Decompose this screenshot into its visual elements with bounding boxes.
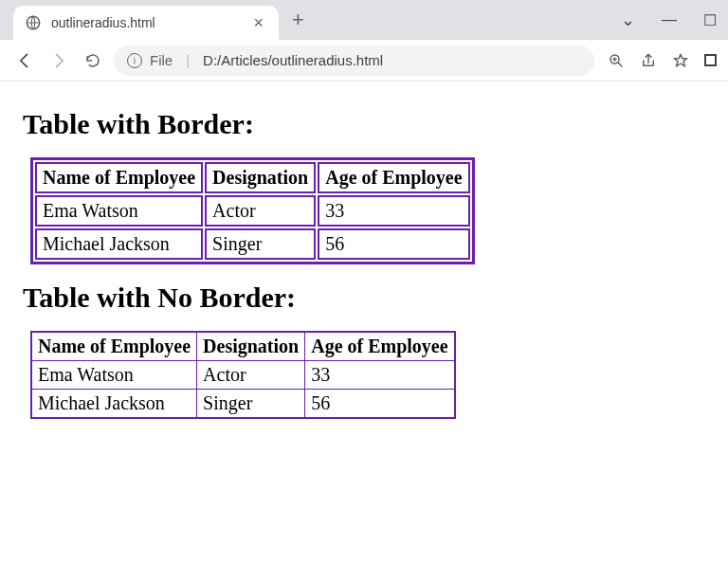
col-designation: Designation bbox=[205, 162, 316, 193]
page-content: Table with Border: Name of Employee Desi… bbox=[0, 82, 728, 428]
cell-age: 33 bbox=[305, 361, 455, 390]
col-age: Age of Employee bbox=[305, 332, 455, 361]
heading-table-with-border: Table with Border: bbox=[23, 108, 705, 140]
table-with-border: Name of Employee Designation Age of Empl… bbox=[30, 157, 475, 264]
url-separator: | bbox=[180, 52, 195, 68]
table-no-border: Name of Employee Designation Age of Empl… bbox=[30, 331, 456, 419]
address-input[interactable]: i File | D:/Articles/outlineradius.html bbox=[114, 45, 594, 76]
forward-button[interactable] bbox=[46, 47, 72, 74]
cell-name: Ema Watson bbox=[35, 195, 203, 227]
table-row: Michael Jackson Singer 56 bbox=[31, 390, 455, 419]
browser-tab-bar: outlineradius.html × + ⌄ — ☐ bbox=[0, 0, 728, 40]
table-row: Ema Watson Actor 33 bbox=[35, 195, 470, 227]
table-row: Michael Jackson Singer 56 bbox=[35, 228, 470, 260]
cell-age: 33 bbox=[318, 195, 469, 227]
table-header-row: Name of Employee Designation Age of Empl… bbox=[31, 332, 455, 361]
col-name: Name of Employee bbox=[31, 332, 197, 361]
window-controls: ⌄ — ☐ bbox=[621, 9, 728, 30]
cell-age: 56 bbox=[305, 390, 455, 419]
cell-designation: Actor bbox=[205, 195, 316, 227]
zoom-icon[interactable] bbox=[608, 52, 625, 69]
cell-name: Ema Watson bbox=[31, 361, 197, 390]
minimize-icon[interactable]: — bbox=[662, 11, 677, 28]
table-row: Ema Watson Actor 33 bbox=[31, 361, 455, 390]
address-bar: i File | D:/Articles/outlineradius.html bbox=[0, 40, 728, 82]
cell-age: 56 bbox=[318, 228, 469, 260]
browser-tab[interactable]: outlineradius.html × bbox=[13, 6, 279, 40]
cell-designation: Singer bbox=[205, 228, 316, 260]
globe-icon bbox=[25, 14, 42, 31]
col-age: Age of Employee bbox=[318, 162, 469, 193]
svg-line-2 bbox=[618, 63, 622, 66]
heading-table-no-border: Table with No Border: bbox=[23, 282, 705, 314]
bookmark-star-icon[interactable] bbox=[672, 52, 689, 69]
new-tab-button[interactable]: + bbox=[279, 8, 318, 32]
chevron-down-icon[interactable]: ⌄ bbox=[621, 9, 635, 30]
cell-designation: Actor bbox=[197, 361, 305, 390]
tab-title: outlineradius.html bbox=[51, 15, 249, 30]
url-scheme: File bbox=[150, 52, 173, 68]
back-button[interactable] bbox=[11, 47, 38, 74]
col-designation: Designation bbox=[197, 332, 305, 361]
maximize-icon[interactable]: ☐ bbox=[703, 11, 717, 29]
cell-name: Michael Jackson bbox=[35, 228, 203, 260]
reload-button[interactable] bbox=[80, 47, 106, 74]
url-path: D:/Articles/outlineradius.html bbox=[203, 52, 383, 68]
share-icon[interactable] bbox=[640, 52, 657, 69]
cell-designation: Singer bbox=[197, 390, 305, 419]
toolbar-right-icons bbox=[602, 52, 717, 69]
cell-name: Michael Jackson bbox=[31, 390, 197, 419]
close-tab-icon[interactable]: × bbox=[249, 14, 267, 31]
table-header-row: Name of Employee Designation Age of Empl… bbox=[35, 162, 470, 193]
site-info-icon[interactable]: i bbox=[127, 53, 142, 68]
col-name: Name of Employee bbox=[35, 162, 203, 193]
reading-list-icon[interactable] bbox=[704, 54, 717, 66]
